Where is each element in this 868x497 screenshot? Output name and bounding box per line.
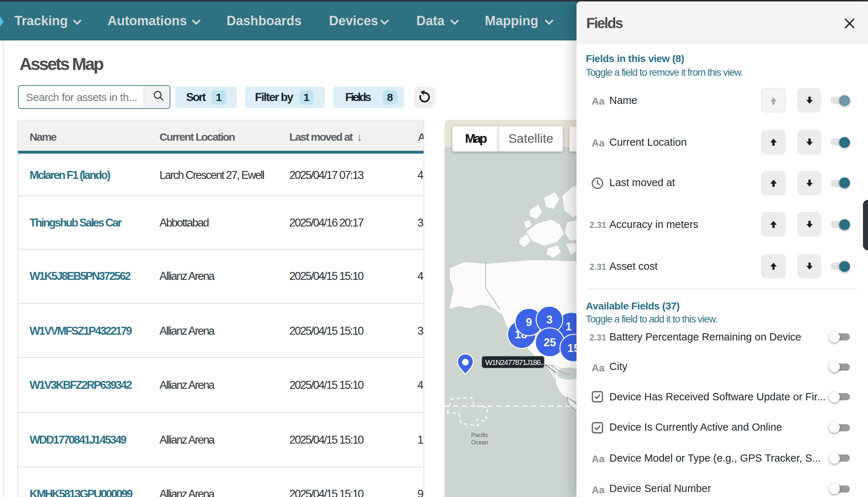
svg-text:3: 3 [546,313,552,326]
svg-text:1: 1 [565,320,571,333]
svg-text:9: 9 [526,316,532,329]
svg-text:Ocean: Ocean [471,439,488,445]
svg-text:Pacific: Pacific [471,432,488,438]
svg-text:25: 25 [544,336,556,349]
